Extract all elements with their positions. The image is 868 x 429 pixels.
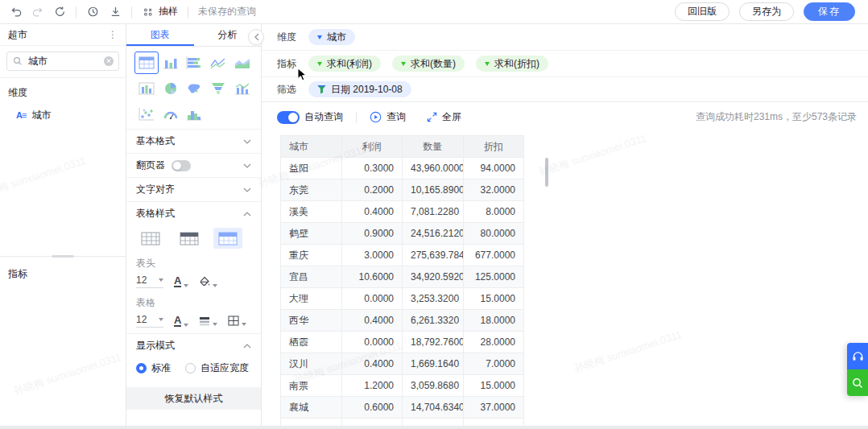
save-button[interactable]: 保存 [804,2,855,21]
search-chat-button[interactable] [847,369,868,396]
chart-type-bar[interactable] [159,52,183,74]
chart-type-funnel[interactable] [206,77,230,100]
table-style-options [126,225,261,254]
kebab-menu-icon[interactable]: ⋮ [108,29,118,40]
refresh-icon[interactable] [53,6,66,19]
chart-type-pie[interactable] [159,77,183,100]
auto-query-label: 自动查询 [304,110,343,124]
radio-selected-icon [136,363,147,373]
table-cell: 1,669.1640 [403,353,464,375]
table-row: 鹤壁0.900024,516.212080.0000 [281,223,524,245]
body-style-controls: 12 A [126,311,261,333]
body-font-size-select[interactable]: 12 [136,314,163,328]
sample-label: 抽样 [159,5,178,19]
table-scrollbar[interactable] [545,158,548,187]
fullscreen-button[interactable]: 全屏 [427,110,461,124]
search-chat-icon [852,377,863,389]
caret-down-icon [401,62,406,66]
table-cell: 37.0000 [463,397,524,419]
chart-type-scatter[interactable] [134,103,159,126]
section-basic-format[interactable]: 基本格式 [126,129,261,153]
query-toolbar: 自动查询 查询 全屏 查询成功耗时231ms，至少573条记录 [262,102,868,132]
text-dimension-icon: A≡ [16,110,26,120]
table-row: 重庆3.0000275,639.7840677.0000 [281,245,524,266]
chart-type-gauge[interactable] [159,103,183,126]
table-cell: 15.0000 [463,375,524,397]
chart-type-area[interactable] [230,52,254,74]
measures-section-label: 指标 [0,259,126,286]
row-stripes-icon [199,316,210,326]
section-text-align-label: 文字对齐 [136,183,175,196]
save-as-button[interactable]: 另存为 [739,2,794,21]
reset-default-style-button[interactable]: 恢复默认样式 [126,387,261,410]
chart-type-histogram[interactable] [183,103,207,126]
table-cell: 28.0000 [463,332,524,353]
border-style-button[interactable] [228,316,246,326]
query-status-text: 查询成功耗时231ms，至少573条记录 [696,110,857,124]
chart-type-column[interactable] [134,77,159,100]
headset-icon [852,351,864,362]
toolbar-divider [356,112,357,123]
collapse-panel-button[interactable] [248,29,264,45]
table-row: 汉川0.40001,669.16407.0000 [281,353,524,375]
download-icon[interactable] [109,6,122,19]
table-cell: 18.0000 [463,310,524,332]
history-icon[interactable] [86,6,99,19]
table-style-plain[interactable] [136,228,165,249]
table-style-dark-header[interactable] [175,228,204,249]
row-color-button[interactable] [199,316,217,326]
table-cell: 宜昌 [281,266,342,288]
pager-toggle[interactable] [172,160,191,171]
radio-standard[interactable]: 标准 [136,361,171,375]
measure-chip-profit[interactable]: 求和(利润) [308,56,381,72]
dimension-row-label: 维度 [277,31,298,44]
table-cell [341,419,403,427]
table-header-cell: 折扣 [463,136,524,158]
measure-row-label: 指标 [277,57,298,71]
chart-type-combo[interactable] [230,77,254,100]
chevron-down-icon [243,163,251,168]
header-font-color-button[interactable]: A [174,275,188,287]
sample-button[interactable]: 抽样 [142,5,178,19]
dimension-chip-city[interactable]: 城市 [308,29,355,45]
section-table-style[interactable]: 表格样式 [126,201,261,225]
section-text-align[interactable]: 文字对齐 [126,177,261,201]
table-cell: 8.0000 [463,201,524,223]
measure-chip-quantity[interactable]: 求和(数量) [392,56,465,72]
table-cell: 7,081.2280 [403,201,464,223]
section-table-style-label: 表格样式 [136,207,175,221]
dimension-item-city[interactable]: A≡ 城市 [0,105,126,126]
table-row: 南票1.20003,059.868015.0000 [281,375,524,397]
radio-adaptive-width[interactable]: 自适应宽度 [185,361,249,375]
headset-support-button[interactable] [847,343,868,369]
clear-search-icon[interactable]: ✕ [104,56,114,66]
gauge-chart-icon [163,108,179,121]
body-font-color-button[interactable]: A [174,315,188,327]
table-row: 益阳0.300043,960.000094.0000 [281,158,524,179]
auto-query-toggle[interactable] [277,111,300,124]
undo-icon[interactable] [10,6,23,19]
table-header-cell: 城市 [281,136,342,158]
header-font-size-select[interactable]: 12 [136,274,163,288]
table-cell: 南票 [281,375,342,397]
chart-type-map[interactable] [183,77,207,100]
header-fill-color-button[interactable] [199,276,217,287]
redo-icon[interactable] [31,6,43,19]
query-button[interactable]: 查询 [370,110,406,124]
chart-type-line[interactable] [206,52,230,74]
chart-type-stacked-hbar[interactable] [183,52,207,74]
section-display-mode-label: 显示模式 [136,339,175,353]
section-pager[interactable]: 翻页器 [126,153,261,177]
filter-chip-date[interactable]: 日期 2019-10-08 [308,81,411,97]
table-style-blue-header[interactable] [213,228,242,249]
tab-chart[interactable]: 图表 [126,24,194,46]
splitter-drag-handle[interactable] [52,255,74,258]
rollback-button[interactable]: 回旧版 [675,2,730,21]
table-cell: 10,165.8900 [403,179,464,201]
bottom-scrollbar-track[interactable] [0,426,868,429]
section-display-mode[interactable]: 显示模式 [126,333,261,357]
chart-type-table[interactable] [134,52,159,74]
chart-type-grid [126,47,261,129]
field-search-input[interactable] [6,52,119,71]
measure-chip-discount[interactable]: 求和(折扣) [476,56,548,72]
